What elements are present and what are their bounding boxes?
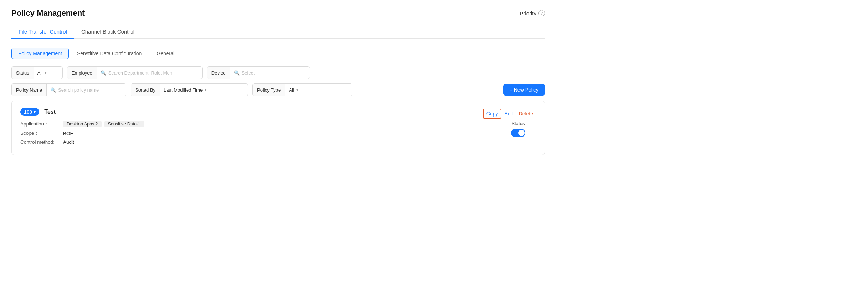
- device-search-input[interactable]: [242, 70, 306, 76]
- policy-actions: Copy Edit Delete: [483, 109, 536, 119]
- filter-row-1: Status All ▾ Employee 🔍 Device 🔍: [11, 66, 545, 79]
- priority-badge-chevron-icon: ▾: [34, 110, 36, 114]
- policy-list: 100 ▾ Test Copy Edit Delete Application：…: [11, 101, 545, 155]
- status-filter[interactable]: Status All ▾: [11, 66, 63, 79]
- scope-value: BOE: [63, 131, 73, 136]
- scope-label: Scope：: [20, 130, 63, 137]
- device-filter-label: Device: [207, 67, 230, 79]
- primary-tabs: File Transfer Control Channel Block Cont…: [11, 25, 545, 39]
- status-value: All: [37, 70, 42, 76]
- tab-general[interactable]: General: [150, 48, 181, 59]
- policy-name-search[interactable]: 🔍: [47, 87, 126, 93]
- sorted-by-filter[interactable]: Sorted By Last Modified Time ▾: [131, 83, 248, 96]
- priority-help-icon: ?: [538, 10, 545, 16]
- page-title: Policy Management: [11, 9, 85, 18]
- status-select[interactable]: All ▾: [34, 70, 62, 76]
- device-search[interactable]: 🔍: [230, 70, 310, 76]
- policy-name-search-icon: 🔍: [50, 87, 56, 93]
- tab-policy-management[interactable]: Policy Management: [11, 48, 69, 59]
- priority-button[interactable]: Priority ?: [520, 10, 545, 16]
- copy-button[interactable]: Copy: [483, 109, 502, 119]
- employee-filter[interactable]: Employee 🔍: [67, 66, 203, 79]
- policy-info: Application： Desktop Apps·2 Sensitive Da…: [20, 121, 486, 148]
- policy-name-input[interactable]: [58, 87, 122, 93]
- control-method-value: Audit: [63, 139, 74, 145]
- sorted-by-value: Last Modified Time: [164, 87, 203, 93]
- policy-type-select[interactable]: All ▾: [285, 87, 342, 93]
- employee-filter-label: Employee: [67, 67, 97, 79]
- policy-priority-value: 100: [24, 109, 32, 115]
- application-label: Application：: [20, 121, 63, 127]
- device-search-icon: 🔍: [234, 70, 240, 76]
- policy-type-filter[interactable]: Policy Type All ▾: [252, 83, 352, 96]
- policy-name-filter[interactable]: Policy Name 🔍: [11, 83, 126, 96]
- tab-sensitive-data[interactable]: Senstitive Data Configuration: [70, 48, 148, 59]
- policy-type-chevron-icon: ▾: [296, 88, 298, 92]
- policy-status-section: Status: [500, 121, 536, 137]
- tab-file-transfer[interactable]: File Transfer Control: [11, 25, 74, 39]
- filter-row-2: Policy Name 🔍 Sorted By Last Modified Ti…: [11, 83, 545, 96]
- policy-priority-badge[interactable]: 100 ▾: [20, 108, 39, 116]
- policy-name-label: Policy Name: [12, 84, 47, 96]
- sorted-by-label: Sorted By: [131, 84, 160, 96]
- policy-name-value: Test: [44, 109, 56, 115]
- application-tags: Desktop Apps·2 Sensitive Data·1: [63, 121, 144, 127]
- status-chevron-icon: ▾: [45, 71, 47, 75]
- secondary-tabs: Policy Management Senstitive Data Config…: [11, 48, 545, 59]
- status-toggle[interactable]: [511, 129, 525, 137]
- sorted-by-chevron-icon: ▾: [205, 88, 207, 92]
- delete-button[interactable]: Delete: [516, 109, 536, 118]
- employee-search-input[interactable]: [108, 70, 173, 76]
- policy-card: 100 ▾ Test Copy Edit Delete Application：…: [11, 101, 545, 155]
- status-filter-label: Status: [12, 67, 34, 79]
- priority-label: Priority: [520, 10, 536, 16]
- employee-search-icon: 🔍: [101, 70, 106, 76]
- policy-type-label: Policy Type: [253, 84, 285, 96]
- status-section-label: Status: [512, 121, 525, 126]
- sorted-by-select[interactable]: Last Modified Time ▾: [160, 87, 231, 93]
- device-filter[interactable]: Device 🔍: [207, 66, 310, 79]
- tab-channel-block[interactable]: Channel Block Control: [74, 25, 142, 39]
- edit-button[interactable]: Edit: [501, 109, 516, 118]
- app-tag-1: Sensitive Data·1: [104, 121, 144, 127]
- control-method-label: Control method:: [20, 139, 63, 145]
- app-tag-0: Desktop Apps·2: [63, 121, 102, 127]
- policy-type-value: All: [289, 87, 294, 93]
- new-policy-button[interactable]: + New Policy: [503, 84, 545, 96]
- employee-search[interactable]: 🔍: [97, 70, 197, 76]
